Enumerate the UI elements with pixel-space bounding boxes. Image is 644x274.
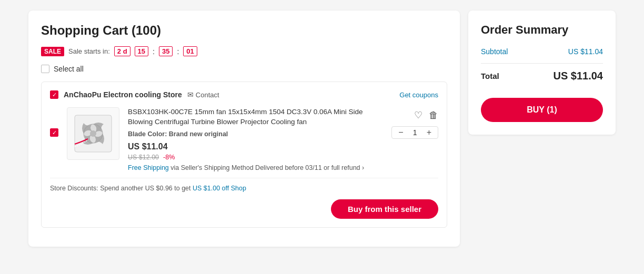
sale-text: Sale starts in:	[68, 47, 110, 55]
store-header: AnChaoPu Electron cooling Store ✉ Contac…	[50, 90, 438, 99]
original-price-row: US $12.00 -8%	[128, 154, 383, 161]
store-left: AnChaoPu Electron cooling Store ✉ Contac…	[50, 90, 219, 99]
summary-divider	[481, 63, 603, 64]
product-image	[67, 107, 119, 160]
subtotal-value: US $11.04	[568, 47, 603, 56]
free-shipping-link[interactable]: Free Shipping	[128, 164, 169, 171]
countdown-hours: 15	[135, 46, 148, 56]
quantity-increase-button[interactable]: +	[425, 128, 434, 137]
countdown-separator: :	[153, 47, 155, 56]
quantity-control: − 1 +	[391, 126, 438, 139]
countdown-minutes: 35	[159, 46, 173, 56]
shop-link[interactable]: Shop	[231, 185, 246, 192]
buy-from-seller-button[interactable]: Buy from this seller	[331, 199, 438, 219]
wishlist-button[interactable]: ♡	[414, 109, 422, 121]
icon-actions: ♡ 🗑	[414, 109, 438, 121]
countdown-seconds: 01	[183, 46, 197, 56]
discount-badge: -8%	[163, 154, 175, 161]
product-price: US $11.04	[128, 142, 383, 151]
buy-seller-row: Buy from this seller	[50, 199, 438, 219]
order-summary-title: Order Summary	[481, 23, 603, 37]
total-row: Total US $11.04	[481, 70, 603, 82]
get-coupons-link[interactable]: Get coupons	[399, 91, 438, 99]
sale-bar: SALE Sale starts in: 2 d 15 : 35 : 01	[41, 46, 447, 56]
variant-label: Blade Color:	[128, 130, 167, 138]
store-name: AnChaoPu Electron cooling Store	[64, 90, 182, 99]
product-info: BSBX103HK-00C7E 15mm fan 15x15x4mm 1504 …	[128, 107, 383, 171]
quantity-value: 1	[410, 128, 420, 137]
shipping-row: Free Shipping via Seller's Shipping Meth…	[128, 164, 383, 171]
contact-label: Contact	[196, 91, 219, 99]
countdown-separator2: :	[177, 47, 179, 56]
store-discount-row: Store Discounts: Spend another US $0.96 …	[50, 178, 438, 192]
product-checkbox-wrapper	[50, 128, 58, 137]
discount-amount: US $1.00 off	[193, 185, 229, 192]
shipping-detail: via Seller's Shipping Method Delivered b…	[170, 164, 360, 171]
product-variant: Blade Color: Brand new original	[128, 130, 383, 138]
variant-value: Brand new original	[169, 130, 228, 138]
quantity-decrease-button[interactable]: −	[396, 128, 405, 137]
svg-point-2	[90, 130, 96, 137]
buy-button[interactable]: BUY (1)	[481, 98, 603, 122]
order-summary-panel: Order Summary Subtotal US $11.04 Total U…	[468, 11, 616, 135]
mail-icon: ✉	[187, 90, 194, 99]
store-checkbox[interactable]	[50, 90, 58, 99]
contact-button[interactable]: ✉ Contact	[187, 90, 219, 99]
select-all-label: Select all	[54, 65, 84, 73]
delete-button[interactable]: 🗑	[429, 109, 438, 121]
total-label: Total	[481, 72, 499, 80]
countdown-days: 2 d	[114, 46, 130, 56]
original-price: US $12.00	[128, 154, 159, 161]
subtotal-row: Subtotal US $11.04	[481, 47, 603, 56]
discount-text: Store Discounts: Spend another US $0.96 …	[50, 185, 191, 192]
product-row: BSBX103HK-00C7E 15mm fan 15x15x4mm 1504 …	[50, 107, 438, 171]
select-all-checkbox[interactable]	[41, 65, 49, 73]
shopping-cart-panel: Shopping Cart (100) SALE Sale starts in:…	[28, 11, 460, 247]
subtotal-label: Subtotal	[481, 47, 508, 56]
product-actions: ♡ 🗑 − 1 +	[391, 107, 438, 139]
select-all-row: Select all	[41, 65, 447, 73]
total-value: US $11.04	[553, 70, 603, 82]
product-title: BSBX103HK-00C7E 15mm fan 15x15x4mm 1504 …	[128, 107, 383, 127]
store-card: AnChaoPu Electron cooling Store ✉ Contac…	[41, 82, 447, 228]
product-checkbox[interactable]	[50, 128, 58, 137]
sale-badge: SALE	[41, 47, 64, 56]
shipping-chevron-icon: ›	[362, 164, 364, 171]
page-title: Shopping Cart (100)	[41, 23, 447, 38]
